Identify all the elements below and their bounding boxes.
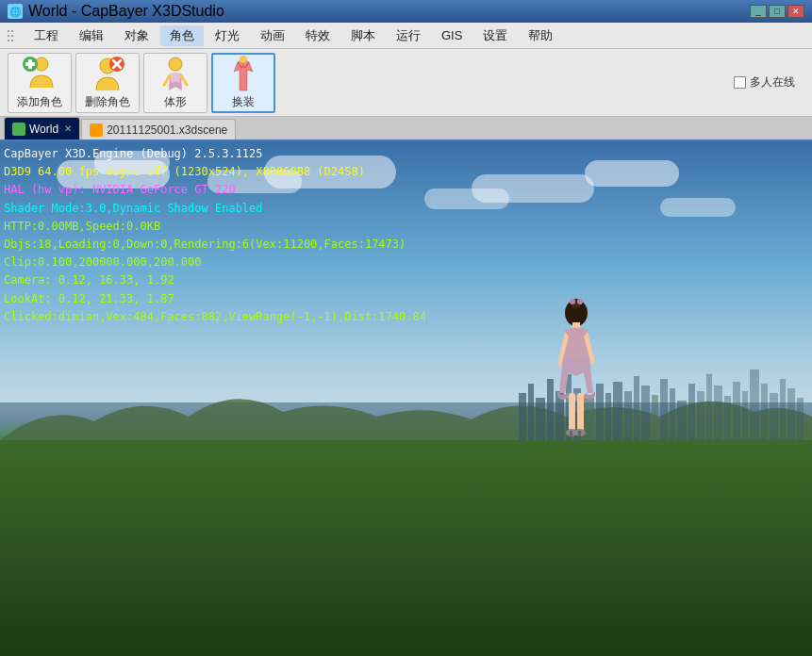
app-icon: 🌐 (8, 4, 23, 19)
viewport[interactable]: CapBayer X3D.Engine (Debug) 2.5.3.1125 D… (0, 141, 812, 656)
menu-script[interactable]: 脚本 (341, 25, 385, 46)
menu-animation[interactable]: 动画 (251, 25, 294, 46)
svg-rect-34 (724, 396, 731, 440)
multiplayer-label: 多人在线 (750, 74, 795, 90)
svg-rect-14 (536, 398, 545, 440)
svg-rect-39 (770, 393, 778, 440)
close-button[interactable]: ✕ (787, 5, 804, 18)
menu-settings[interactable]: 设置 (473, 25, 517, 46)
menu-light[interactable]: 灯光 (206, 25, 249, 46)
svg-rect-13 (528, 384, 534, 440)
svg-rect-3 (25, 62, 35, 66)
tab-scene-label: 20111125001.x3dscene (107, 123, 227, 137)
tab-scene[interactable]: 20111125001.x3dscene (81, 119, 236, 139)
tabbar: World ✕ 20111125001.x3dscene (0, 117, 812, 141)
svg-rect-24 (634, 376, 639, 440)
menu-object[interactable]: 对象 (115, 25, 158, 46)
delete-char-label: 删除角色 (85, 94, 130, 110)
multiplayer-checkbox-area[interactable]: 多人在线 (734, 74, 795, 90)
svg-rect-32 (706, 374, 712, 440)
menu-gis[interactable]: GIS (432, 26, 472, 44)
svg-rect-37 (750, 369, 759, 440)
window-controls[interactable]: _ □ ✕ (750, 5, 804, 18)
svg-rect-23 (624, 391, 632, 440)
body-label: 体形 (164, 94, 187, 110)
svg-rect-22 (613, 382, 622, 440)
svg-point-45 (570, 299, 575, 304)
svg-rect-48 (569, 393, 575, 431)
svg-rect-31 (697, 391, 704, 440)
svg-point-11 (240, 56, 247, 63)
svg-rect-52 (570, 431, 572, 436)
svg-rect-28 (670, 388, 675, 440)
body-button[interactable]: 体形 (143, 53, 207, 113)
titlebar-title: World - CapBayer X3DStudio (28, 3, 224, 20)
maximize-button[interactable]: □ (769, 5, 786, 18)
svg-line-9 (164, 75, 170, 85)
tab-world-close[interactable]: ✕ (64, 123, 72, 134)
svg-rect-12 (519, 393, 526, 440)
outfit-label: 换装 (232, 94, 255, 110)
svg-point-46 (577, 299, 583, 304)
multiplayer-checkbox[interactable] (734, 76, 746, 89)
menu-help[interactable]: 帮助 (519, 25, 562, 46)
svg-rect-49 (577, 393, 584, 431)
menu-character[interactable]: 角色 (160, 25, 204, 46)
outfit-button[interactable]: 换装 (211, 53, 275, 113)
menu-edit[interactable]: 编辑 (70, 25, 113, 46)
svg-rect-33 (714, 385, 722, 440)
svg-rect-41 (787, 388, 795, 440)
cloud-1b (94, 151, 170, 174)
svg-rect-25 (641, 385, 650, 440)
svg-rect-53 (578, 431, 581, 436)
svg-rect-29 (677, 401, 687, 440)
svg-rect-26 (652, 395, 658, 440)
svg-rect-42 (797, 398, 804, 440)
cloud-7 (660, 198, 736, 217)
cloud-3 (264, 156, 396, 189)
svg-rect-27 (660, 379, 668, 440)
menubar: 工程 编辑 对象 角色 灯光 动画 特效 脚本 运行 GIS 设置 帮助 (0, 23, 812, 49)
svg-rect-35 (733, 382, 740, 440)
tab-scene-icon (90, 123, 103, 137)
drag-handle[interactable] (4, 26, 23, 45)
svg-point-8 (169, 57, 182, 71)
add-char-label: 添加角色 (17, 94, 62, 110)
svg-rect-36 (742, 391, 748, 440)
delete-char-button[interactable]: 删除角色 (75, 53, 140, 113)
skyline (0, 365, 812, 440)
tab-world-icon (12, 123, 25, 136)
add-char-button[interactable]: 添加角色 (8, 53, 72, 113)
character (548, 299, 605, 440)
menu-run[interactable]: 运行 (387, 25, 430, 46)
tab-world-label: World (29, 123, 58, 136)
svg-rect-38 (761, 384, 768, 440)
svg-rect-30 (688, 384, 695, 440)
minimize-button[interactable]: _ (750, 5, 767, 18)
svg-rect-40 (780, 379, 786, 440)
svg-line-10 (181, 75, 187, 85)
ground (0, 440, 812, 656)
menu-effects[interactable]: 特效 (296, 25, 340, 46)
svg-rect-21 (605, 393, 611, 440)
toolbar: 添加角色 删除角色 (0, 49, 812, 117)
cloud-6 (585, 160, 679, 187)
titlebar: 🌐 World - CapBayer X3DStudio _ □ ✕ (0, 0, 812, 23)
cloud-5 (472, 174, 594, 203)
tab-world[interactable]: World ✕ (4, 117, 80, 139)
menu-project[interactable]: 工程 (25, 25, 68, 46)
